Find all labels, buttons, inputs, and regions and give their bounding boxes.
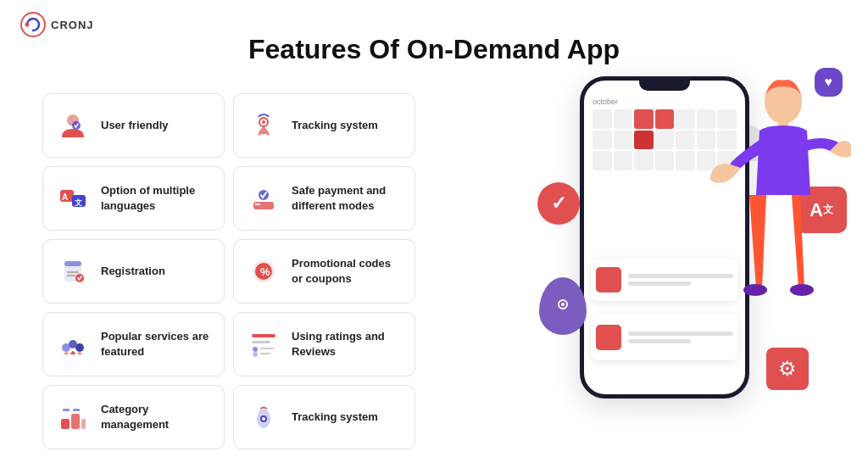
feature-card-payment: Safe payment and different modes xyxy=(233,166,415,231)
logo-text: CRONJ xyxy=(51,19,94,31)
check-circle: ✓ xyxy=(537,182,580,225)
cal-cell xyxy=(614,131,633,150)
category-icon xyxy=(55,399,91,435)
user-friendly-label: User friendly xyxy=(101,118,168,133)
svg-rect-25 xyxy=(252,341,270,343)
feature-card-popular: Popular services are featured xyxy=(42,312,225,376)
svg-rect-12 xyxy=(255,203,260,205)
popular-label: Popular services are featured xyxy=(101,329,212,359)
feature-card-tracking-1: Tracking system xyxy=(233,93,415,158)
feature-card-category: Category management xyxy=(42,385,225,449)
feature-card-registration: Registration xyxy=(42,239,225,304)
cal-cell xyxy=(655,151,675,170)
cal-cell xyxy=(634,131,654,150)
card-line-short xyxy=(628,281,691,286)
promo-icon: % xyxy=(246,254,281,289)
feature-card-languages: A 文 Option of multiple languages xyxy=(42,166,225,231)
svg-point-23 xyxy=(75,343,84,352)
phone-card-2-image xyxy=(596,325,621,350)
popular-icon xyxy=(55,326,91,362)
cal-cell xyxy=(676,131,695,150)
phone-notch xyxy=(639,81,690,91)
svg-rect-24 xyxy=(252,334,275,337)
svg-text:A: A xyxy=(62,192,68,202)
tracking-1-icon xyxy=(246,108,281,143)
user-friendly-icon xyxy=(55,108,91,143)
svg-text:%: % xyxy=(260,265,270,278)
svg-rect-16 xyxy=(67,275,75,276)
svg-rect-27 xyxy=(260,348,274,349)
card-line-short-2 xyxy=(628,339,691,343)
payment-label: Safe payment and different modes xyxy=(292,183,403,213)
payment-icon xyxy=(246,181,281,216)
cal-cell xyxy=(593,131,612,150)
svg-rect-33 xyxy=(63,409,70,411)
languages-icon: A 文 xyxy=(55,181,91,216)
svg-point-38 xyxy=(561,303,565,306)
cal-cell xyxy=(676,109,695,129)
cal-cell xyxy=(614,151,633,170)
cal-cell xyxy=(634,151,654,170)
location-pin-icon xyxy=(553,296,573,316)
tracking-1-label: Tracking system xyxy=(292,118,378,133)
svg-point-28 xyxy=(253,352,258,357)
tracking-2-icon xyxy=(246,399,281,435)
svg-rect-15 xyxy=(67,271,79,273)
feature-card-ratings: Using ratings and Reviews xyxy=(233,312,415,376)
tracking-2-label: Tracking system xyxy=(292,410,378,425)
feature-card-tracking-2: Tracking system xyxy=(233,385,415,449)
promo-label: Promotional codes or coupons xyxy=(292,256,403,286)
svg-rect-11 xyxy=(253,202,274,209)
cal-cell xyxy=(676,151,695,170)
registration-icon xyxy=(55,254,91,289)
svg-point-26 xyxy=(253,347,258,352)
person-illustration xyxy=(698,51,851,390)
registration-label: Registration xyxy=(101,264,165,279)
cal-cell xyxy=(655,109,675,129)
cal-cell xyxy=(614,109,633,129)
svg-point-5 xyxy=(262,120,265,124)
svg-point-36 xyxy=(262,417,265,421)
svg-rect-29 xyxy=(260,353,270,354)
phone-card-image xyxy=(596,267,621,293)
ratings-label: Using ratings and Reviews xyxy=(292,329,403,359)
category-label: Category management xyxy=(101,402,212,432)
svg-rect-30 xyxy=(61,419,70,429)
illustration: october xyxy=(495,51,851,441)
feature-card-user-friendly: User friendly xyxy=(42,93,225,158)
svg-rect-34 xyxy=(73,409,80,411)
svg-point-41 xyxy=(743,284,767,296)
cal-cell xyxy=(634,109,654,129)
feature-card-promo: % Promotional codes or coupons xyxy=(233,239,415,304)
cal-cell xyxy=(593,151,612,170)
svg-rect-14 xyxy=(64,261,81,266)
svg-text:文: 文 xyxy=(75,198,82,207)
cal-cell xyxy=(593,109,612,129)
features-grid: User friendly Tracking system A 文 Option… xyxy=(42,93,415,449)
svg-rect-31 xyxy=(71,414,80,429)
cal-cell xyxy=(655,131,675,150)
ratings-icon xyxy=(246,326,281,362)
svg-point-0 xyxy=(21,13,45,36)
svg-point-42 xyxy=(790,284,814,296)
svg-point-1 xyxy=(25,23,30,27)
languages-label: Option of multiple languages xyxy=(101,183,212,213)
svg-rect-32 xyxy=(81,419,86,429)
